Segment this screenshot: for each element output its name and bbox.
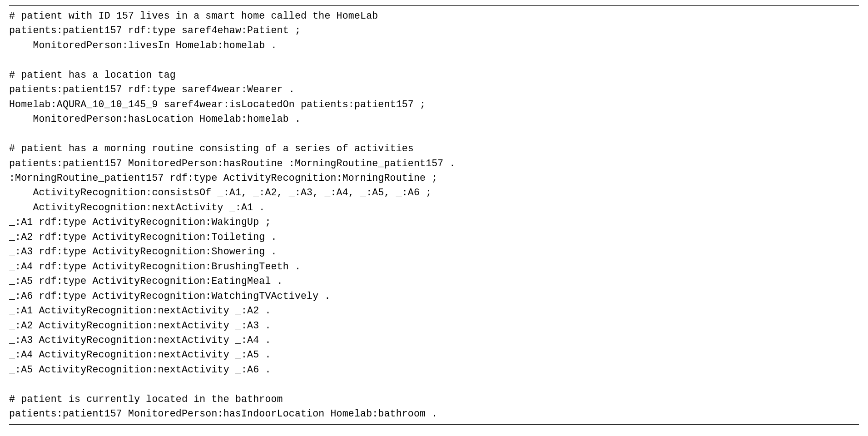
code-line: # patient with ID 157 lives in a smart h… xyxy=(9,9,859,23)
code-line: _:A4 ActivityRecognition:nextActivity _:… xyxy=(9,347,859,362)
code-line: MonitoredPerson:livesIn Homelab:homelab … xyxy=(9,38,859,53)
code-line xyxy=(9,127,859,141)
code-line: _:A2 rdf:type ActivityRecognition:Toilet… xyxy=(9,230,859,244)
code-line: MonitoredPerson:hasLocation Homelab:home… xyxy=(9,112,859,126)
code-line: Homelab:AQURA_10_10_145_9 saref4wear:isL… xyxy=(9,97,859,112)
code-line: _:A5 ActivityRecognition:nextActivity _:… xyxy=(9,362,859,377)
code-line: ActivityRecognition:consistsOf _:A1, _:A… xyxy=(9,185,859,200)
code-line: _:A6 rdf:type ActivityRecognition:Watchi… xyxy=(9,289,859,303)
code-line xyxy=(9,53,859,67)
code-line: _:A5 rdf:type ActivityRecognition:Eating… xyxy=(9,274,859,288)
code-line: _:A2 ActivityRecognition:nextActivity _:… xyxy=(9,318,859,333)
code-line: _:A4 rdf:type ActivityRecognition:Brushi… xyxy=(9,259,859,274)
code-line: _:A3 ActivityRecognition:nextActivity _:… xyxy=(9,333,859,347)
code-line: # patient has a location tag xyxy=(9,68,859,82)
code-line: patients:patient157 rdf:type saref4ehaw:… xyxy=(9,23,859,38)
code-line: ActivityRecognition:nextActivity _:A1 . xyxy=(9,200,859,215)
code-line: # patient is currently located in the ba… xyxy=(9,392,859,406)
code-line: _:A1 ActivityRecognition:nextActivity _:… xyxy=(9,303,859,318)
code-listing: # patient with ID 157 lives in a smart h… xyxy=(9,5,859,425)
code-line xyxy=(9,377,859,391)
code-line: patients:patient157 rdf:type saref4wear:… xyxy=(9,82,859,97)
code-line: _:A1 rdf:type ActivityRecognition:Waking… xyxy=(9,215,859,229)
code-line: :MorningRoutine_patient157 rdf:type Acti… xyxy=(9,171,859,185)
code-line: # patient has a morning routine consisti… xyxy=(9,141,859,156)
code-line: patients:patient157 MonitoredPerson:hasR… xyxy=(9,156,859,171)
code-line: _:A3 rdf:type ActivityRecognition:Shower… xyxy=(9,244,859,259)
code-line: patients:patient157 MonitoredPerson:hasI… xyxy=(9,406,859,421)
